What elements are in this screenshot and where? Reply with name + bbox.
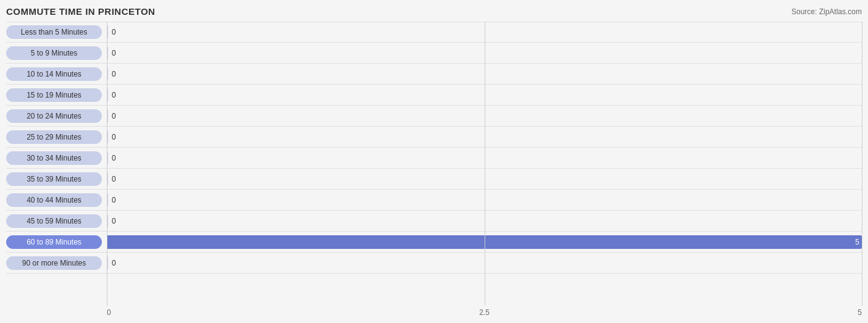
bar-fill [107, 214, 108, 228]
bar-label-pill: 30 to 34 Minutes [6, 151, 102, 165]
bar-container: 0 [107, 127, 862, 147]
bar-fill [107, 109, 108, 123]
bar-label-pill: 25 to 29 Minutes [6, 130, 102, 144]
table-row: 20 to 24 Minutes0 [6, 106, 862, 127]
bar-value-label: 0 [112, 259, 116, 267]
bar-label-pill: Less than 5 Minutes [6, 25, 102, 39]
bar-fill [107, 25, 108, 39]
grid-line [862, 22, 862, 306]
bar-value-label: 5 [855, 238, 859, 246]
bar-value-label: 0 [112, 112, 116, 120]
bar-value-label: 0 [112, 49, 116, 57]
bar-fill [107, 130, 108, 144]
bar-label-pill: 10 to 14 Minutes [6, 67, 102, 81]
table-row: 40 to 44 Minutes0 [6, 190, 862, 211]
bar-label-pill: 5 to 9 Minutes [6, 46, 102, 60]
bar-container: 0 [107, 106, 862, 126]
table-row: 10 to 14 Minutes0 [6, 64, 862, 85]
chart-container: COMMUTE TIME IN PRINCETON Source: ZipAtl… [0, 0, 868, 323]
bar-container: 0 [107, 169, 862, 189]
chart-header: COMMUTE TIME IN PRINCETON Source: ZipAtl… [6, 6, 862, 17]
bar-fill [107, 88, 108, 102]
bar-container: 0 [107, 22, 862, 42]
bar-label-pill: 60 to 89 Minutes [6, 235, 102, 249]
x-axis: 0 2.5 5 [107, 306, 862, 317]
table-row: Less than 5 Minutes0 [6, 22, 862, 43]
bar-fill [107, 256, 108, 270]
bar-fill [107, 193, 108, 207]
bar-fill [107, 67, 108, 81]
bar-label-pill: 35 to 39 Minutes [6, 172, 102, 186]
x-axis-label-0: 0 [107, 308, 111, 317]
table-row: 15 to 19 Minutes0 [6, 85, 862, 106]
table-row: 60 to 89 Minutes5 [6, 232, 862, 253]
bar-fill [107, 46, 108, 60]
bar-label-pill: 20 to 24 Minutes [6, 109, 102, 123]
chart-source: Source: ZipAtlas.com [791, 7, 862, 16]
bar-value-label: 0 [112, 154, 116, 162]
bar-container: 0 [107, 64, 862, 84]
bar-container: 0 [107, 253, 862, 273]
bar-value-label: 0 [112, 28, 116, 36]
bar-container: 0 [107, 43, 862, 63]
bar-container: 0 [107, 148, 862, 168]
table-row: 25 to 29 Minutes0 [6, 127, 862, 148]
bar-value-label: 0 [112, 70, 116, 78]
bar-fill [107, 235, 862, 249]
chart-rows: Less than 5 Minutes05 to 9 Minutes010 to… [6, 22, 862, 306]
bar-value-label: 0 [112, 217, 116, 225]
bar-value-label: 0 [112, 175, 116, 183]
bar-container: 0 [107, 85, 862, 105]
table-row: 90 or more Minutes0 [6, 253, 862, 274]
table-row: 35 to 39 Minutes0 [6, 169, 862, 190]
bar-fill [107, 172, 108, 186]
bar-container: 0 [107, 211, 862, 231]
bar-label-pill: 90 or more Minutes [6, 256, 102, 270]
x-axis-label-5: 5 [858, 308, 862, 317]
bar-label-pill: 15 to 19 Minutes [6, 88, 102, 102]
table-row: 5 to 9 Minutes0 [6, 43, 862, 64]
bar-container: 0 [107, 190, 862, 210]
chart-title: COMMUTE TIME IN PRINCETON [6, 6, 155, 17]
table-row: 30 to 34 Minutes0 [6, 148, 862, 169]
bar-fill [107, 151, 108, 165]
x-axis-label-25: 2.5 [479, 308, 490, 317]
bar-value-label: 0 [112, 91, 116, 99]
bar-label-pill: 40 to 44 Minutes [6, 193, 102, 207]
bar-value-label: 0 [112, 133, 116, 141]
bar-value-label: 0 [112, 196, 116, 204]
bar-label-pill: 45 to 59 Minutes [6, 214, 102, 228]
table-row: 45 to 59 Minutes0 [6, 211, 862, 232]
bar-container: 5 [107, 232, 862, 252]
